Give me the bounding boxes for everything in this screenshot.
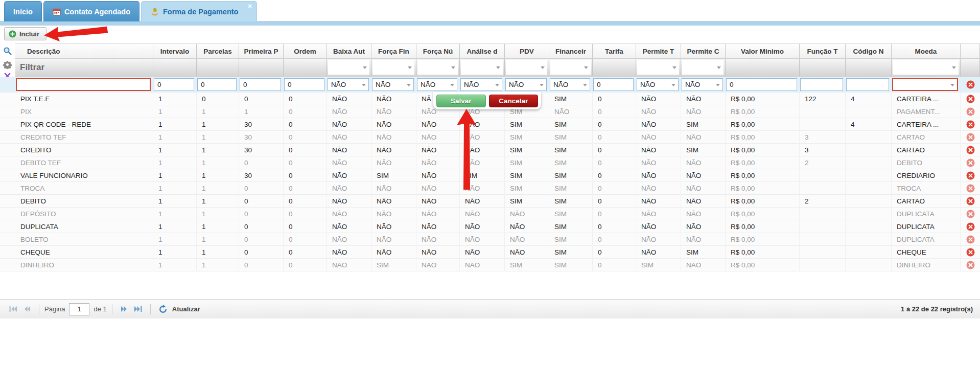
edit-forca_fin-select[interactable]: NÃO <box>372 78 414 91</box>
edit-descricao-input[interactable] <box>16 78 151 91</box>
edit-financeiro-select[interactable]: NÃO <box>550 78 590 91</box>
edit-funcao-input[interactable] <box>800 78 843 91</box>
column-header-ordem[interactable]: Ordem <box>284 44 327 58</box>
column-header-descricao[interactable]: Descrição <box>15 44 153 58</box>
edit-parcelas-input[interactable] <box>197 78 237 91</box>
edit-pdv-select[interactable]: NÃO <box>505 78 547 91</box>
gear-icon[interactable] <box>3 60 15 69</box>
filter-select-baixa_aut[interactable] <box>328 60 369 75</box>
table-row[interactable]: TROCA1100NÃONÃONÃONÃOSIMSIM0NÃONÃOR$ 0,0… <box>0 182 980 195</box>
edit-permite_c-select[interactable]: NÃO <box>682 78 723 91</box>
delete-row-icon[interactable] <box>961 158 980 167</box>
refresh-icon[interactable] <box>158 305 168 314</box>
edit-baixa_aut-select[interactable]: NÃO <box>328 78 369 91</box>
column-header-funcao[interactable]: Função T <box>800 44 846 58</box>
cell-codigo <box>846 208 892 220</box>
delete-row-icon[interactable] <box>961 120 980 129</box>
cell-ordem: 0 <box>284 144 327 156</box>
table-row[interactable]: DEBITO1100NÃONÃONÃONÃOSIMSIM0NÃONÃOR$ 0,… <box>0 195 980 208</box>
cell-parcelas: 1 <box>197 259 239 271</box>
filter-cell-funcao <box>800 59 846 76</box>
cell-funcao <box>800 220 846 233</box>
filter-select-permite_c[interactable] <box>682 60 724 75</box>
edit-tarifa-input[interactable] <box>593 78 634 91</box>
last-page-icon[interactable] <box>134 305 143 313</box>
edit-primeira-input[interactable] <box>240 78 281 91</box>
table-row[interactable]: DUPLICATA1100NÃONÃONÃONÃONÃOSIM0NÃONÃOR$… <box>0 220 980 233</box>
filter-select-analise[interactable] <box>461 60 503 75</box>
column-header-permite_t[interactable]: Permite T <box>636 44 681 58</box>
cell-ordem: 0 <box>284 169 327 182</box>
delete-row-icon[interactable] <box>961 146 980 154</box>
cell-forca_num: NÃO <box>416 208 460 220</box>
delete-row-icon[interactable] <box>961 261 980 269</box>
refresh-label[interactable]: Atualizar <box>172 305 200 313</box>
incluir-button[interactable]: Incluir <box>4 27 46 40</box>
column-header-analise[interactable]: Análise d <box>460 44 505 58</box>
table-row[interactable]: DEBITO TEF1100NÃONÃONÃONÃOSIMSIM0NÃONÃOR… <box>0 156 980 169</box>
edit-moeda-select[interactable] <box>892 78 958 91</box>
column-header-forca_num[interactable]: Força Nú <box>416 44 460 58</box>
delete-edit-row-icon[interactable] <box>961 80 980 89</box>
table-row[interactable]: DEPÓSITO1100NÃONÃONÃONÃONÃOSIM0NÃONÃOR$ … <box>0 208 980 220</box>
prev-page-icon[interactable] <box>22 305 31 313</box>
delete-row-icon[interactable] <box>961 133 980 142</box>
cell-moeda: PAGAMENT... <box>892 105 961 118</box>
next-page-icon[interactable] <box>120 305 129 313</box>
filter-select-financeiro[interactable] <box>550 60 591 75</box>
edit-permite_t-select[interactable]: NÃO <box>637 78 679 91</box>
column-header-intervalo[interactable]: Intervalo <box>153 44 197 58</box>
first-page-icon[interactable] <box>9 305 17 313</box>
tab-inicio[interactable]: Início <box>4 1 42 21</box>
column-header-tarifa[interactable]: Tarifa <box>593 44 636 58</box>
edit-forca_num-select[interactable]: NÃO <box>417 78 457 91</box>
table-row[interactable]: BOLETO1100NÃONÃONÃONÃONÃOSIM0NÃONÃOR$ 0,… <box>0 233 980 246</box>
edit-ordem-input[interactable] <box>284 78 324 91</box>
column-header-codigo[interactable]: Código N <box>846 44 892 58</box>
column-header-forca_fin[interactable]: Força Fin <box>371 44 416 58</box>
cell-primeira: 0 <box>239 93 284 105</box>
column-header-permite_c[interactable]: Permite C <box>681 44 726 58</box>
chevron-down-icon <box>363 66 367 69</box>
delete-row-icon[interactable] <box>961 248 980 257</box>
column-header-pdv[interactable]: PDV <box>505 44 549 58</box>
cell-forca_num: NÃO <box>416 144 460 156</box>
delete-row-icon[interactable] <box>961 184 980 193</box>
delete-row-icon[interactable] <box>961 197 980 206</box>
search-icon[interactable] <box>3 47 15 56</box>
edit-valor_min-input[interactable] <box>726 78 797 91</box>
column-header-valor_min[interactable]: Valor Minimo <box>726 44 800 58</box>
filter-select-pdv[interactable] <box>506 60 547 75</box>
delete-row-icon[interactable] <box>961 210 980 218</box>
column-header-parcelas[interactable]: Parcelas <box>197 44 239 58</box>
filter-select-moeda[interactable] <box>893 60 959 75</box>
table-row[interactable]: DINHEIRO1100NÃOSIMNÃONÃOSIMSIM0SIMNÃOR$ … <box>0 259 980 271</box>
column-header-baixa_aut[interactable]: Baixa Aut <box>327 44 371 58</box>
delete-row-icon[interactable] <box>961 107 980 116</box>
table-row[interactable]: PIX QR CODE - REDE11300NÃONÃONÃONÃOSIMSI… <box>0 118 980 131</box>
delete-row-icon[interactable] <box>961 171 980 180</box>
page-input[interactable] <box>69 303 89 315</box>
filter-select-forca_fin[interactable] <box>372 60 414 75</box>
delete-row-icon[interactable] <box>961 222 980 231</box>
delete-row-icon[interactable] <box>961 95 980 103</box>
table-row[interactable]: CREDITO11300NÃONÃONÃONÃOSIMSIM0NÃOSIMR$ … <box>0 144 980 156</box>
edit-analise-select[interactable]: NÃO <box>460 78 502 91</box>
delete-row-icon[interactable] <box>961 235 980 244</box>
cell-funcao: 122 <box>800 93 846 105</box>
table-row[interactable]: CHEQUE1100NÃONÃONÃONÃONÃOSIM0NÃOSIMR$ 0,… <box>0 246 980 259</box>
cancelar-button[interactable]: Cancelar <box>489 95 539 107</box>
table-row[interactable]: VALE FUNCIONARIO11300NÃOSIMNÃOSIMSIMSIM0… <box>0 169 980 182</box>
column-header-moeda[interactable]: Moeda <box>892 44 961 58</box>
edit-intervalo-input[interactable] <box>154 78 194 91</box>
filter-select-forca_num[interactable] <box>417 60 458 75</box>
filter-select-permite_t[interactable] <box>637 60 679 75</box>
tab-contato-agendado[interactable]: Contato Agendado <box>43 1 139 21</box>
column-header-financeiro[interactable]: Financeir <box>549 44 593 58</box>
edit-codigo-input[interactable] <box>846 78 889 91</box>
close-icon[interactable]: × <box>246 3 253 10</box>
salvar-button[interactable]: Salvar <box>436 95 486 107</box>
column-header-primeira[interactable]: Primeira P <box>239 44 284 58</box>
tab-forma-de-pagamento[interactable]: $ Forma de Pagamento × <box>141 1 257 21</box>
table-row[interactable]: CREDITO TEF11300NÃONÃONÃONÃOSIMSIM0NÃONÃ… <box>0 131 980 144</box>
